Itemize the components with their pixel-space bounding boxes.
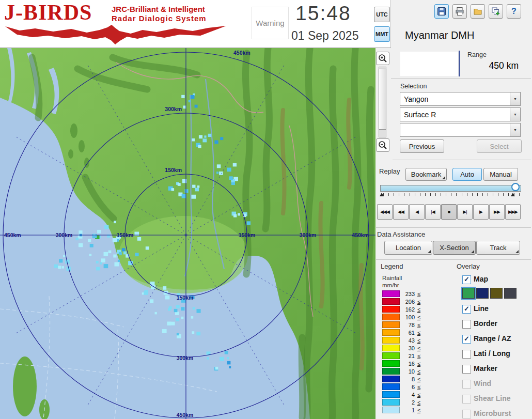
slider-tick [482,193,483,196]
checkbox[interactable] [462,320,471,329]
warning-status[interactable]: Warning [252,7,289,39]
print-icon [455,7,464,16]
zoom-out-button[interactable] [376,138,389,152]
replay-slider-track[interactable] [380,185,521,192]
x-section-button[interactable]: X-Section [433,241,476,255]
radar-map[interactable]: 450km 300km 150km 150km 300km 450km 450k… [0,48,375,419]
overlay-item-label: Microburst [474,409,511,417]
slider-tick [498,193,498,196]
legend-row: 100≤ [382,314,420,320]
location-label: Location [396,244,421,252]
warning-label: Warning [256,19,284,27]
location-button[interactable]: Location [384,241,432,255]
legend-le-symbol: ≤ [417,299,420,305]
legend-row: 1≤ [382,407,420,413]
overlay-options: ✓Map✓LineBorder✓Range / AZLati / LongMar… [462,275,531,419]
overlay-item-line[interactable]: ✓Line [462,304,531,316]
ring-label: 300km [300,232,317,238]
zoom-slider-thumb[interactable] [379,69,386,130]
legend-color-bar [382,306,400,313]
chevron-down-icon[interactable]: ▼ [510,123,520,136]
chevron-down-icon[interactable]: ▼ [510,108,520,121]
previous-button[interactable]: Previous [400,139,444,153]
playback-rewind-button[interactable]: ◀ [409,204,425,220]
print-button[interactable] [452,4,467,19]
corner-arrow-icon [428,250,431,253]
replay-slider-thumb[interactable] [511,183,520,191]
select-button[interactable]: Select [477,139,522,153]
checkbox[interactable]: ✓ [462,275,471,284]
legend-value: 43 [402,337,415,344]
save-button[interactable] [434,4,449,19]
zoom-in-button[interactable] [376,52,389,65]
playback-fast-rewind-button[interactable]: ◀◀ [393,204,409,220]
legend-row: 233≤ [382,290,420,297]
logo-title: J-BIRDS [4,0,92,25]
help-button[interactable]: ? [507,4,521,19]
legend-value: 4 [402,392,415,398]
map-color-swatch-0[interactable] [462,288,475,299]
legend-value: 8 [402,376,415,382]
auto-button[interactable]: Auto [452,168,482,181]
legend-row: 16≤ [382,360,420,367]
overlay-item-border[interactable]: Border [462,319,531,331]
slider-tick [451,193,451,196]
overlay-item-range-az[interactable]: ✓Range / AZ [462,334,531,346]
add-window-button[interactable] [489,4,503,19]
map-color-swatch-3[interactable] [504,288,517,299]
bookmark-label: Bookmark [411,170,442,178]
legend-row: 6≤ [382,383,420,390]
chevron-down-icon[interactable]: ▼ [510,92,520,105]
x-section-label: X-Section [440,244,468,252]
elevation-dropdown[interactable]: ▼ [400,123,521,137]
playback-step-back-button[interactable]: |◀ [425,204,441,220]
checkbox [462,395,471,404]
overlay-item-marker[interactable]: Marker [462,364,531,376]
check-icon: ✓ [464,305,470,312]
checkbox[interactable]: ✓ [462,335,471,344]
playback-play-button[interactable]: ▶ [473,204,489,220]
playback-step-forward-button[interactable]: ▶| [457,204,473,220]
overlay-item-lati-long[interactable]: Lati / Long [462,349,531,361]
legend-color-bar [382,337,400,344]
playback-jump-start-button[interactable]: ◀◀◀ [377,204,393,220]
playback-fast-forward-button[interactable]: ▶▶ [489,204,505,220]
legend-value: 21 [402,353,415,359]
jbirds-app: J-BIRDS JRC-Brilliant & Intelligent Rada… [0,0,532,419]
checkbox[interactable]: ✓ [462,305,471,314]
checkbox[interactable] [462,365,471,374]
slider-tick [456,193,457,196]
legend-color-bar [382,407,400,413]
open-folder-button[interactable] [471,4,485,19]
slider-end-marker-icon [511,193,515,196]
slider-tick [388,193,389,196]
ring-label: 450km [177,412,194,418]
site-dropdown[interactable]: Yangon ▼ [400,92,521,106]
checkbox[interactable] [462,350,471,359]
overlay-item-map[interactable]: ✓Map [462,275,531,286]
utc-button[interactable]: UTC [374,7,390,22]
playback-jump-end-button[interactable]: ▶▶▶ [505,204,521,220]
ring-label: 150km [177,294,194,301]
track-label: Track [490,244,506,252]
ring-label: 300km [56,232,73,238]
map-style-palette [462,288,531,299]
playback-stop-button[interactable]: ■ [441,204,457,220]
overlay-title: Overlay [457,262,480,270]
clock-date: 01 Sep 2025 [291,29,358,43]
bookmark-button[interactable]: Bookmark [405,168,447,181]
legend-le-symbol: ≤ [417,306,420,313]
track-button[interactable]: Track [476,241,520,255]
overlay-item-label: Shear Line [474,394,511,402]
map-color-swatch-2[interactable] [490,288,503,299]
legend-value: 10 [402,368,415,375]
mmt-button[interactable]: MMT [374,26,390,42]
ring-label: 450km [4,232,21,238]
playback-jump-start-icon: ◀◀◀ [380,209,389,214]
product-dropdown[interactable]: Surface R ▼ [400,107,521,121]
legend-color-bar [382,360,400,367]
map-color-swatch-1[interactable] [476,288,489,299]
manual-button[interactable]: Manual [483,168,518,181]
legend-color-bar [382,345,400,351]
legend-le-symbol: ≤ [417,368,420,375]
